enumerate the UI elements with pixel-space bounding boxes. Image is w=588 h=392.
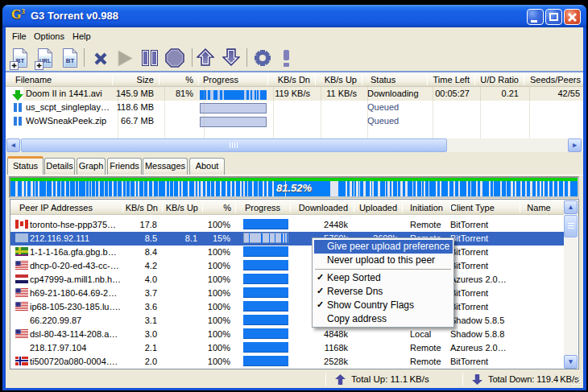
svg-text:BT: BT xyxy=(66,57,75,64)
